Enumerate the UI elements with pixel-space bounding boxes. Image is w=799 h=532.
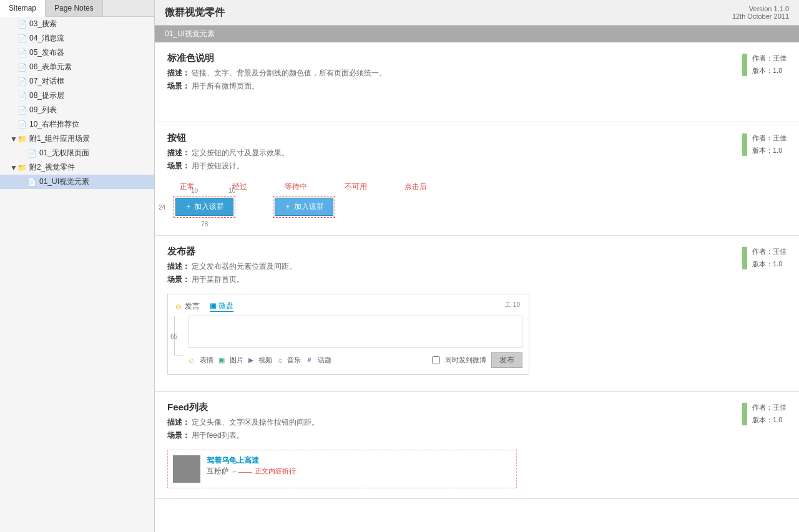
section-header-feed: Feed列表 描述： 定义头像、文字区及操作按钮的间距。 场景： 用于feed列…	[167, 402, 787, 443]
page-title: 微群视觉零件	[165, 6, 225, 19]
page-icon: 📄	[17, 63, 27, 72]
folder-icon: 📁	[17, 163, 27, 172]
version-info: Version 1.1.0 12th October 2011	[732, 5, 789, 20]
state-label-wait: 等待中	[285, 181, 307, 192]
tab-sitemap[interactable]: Sitemap	[0, 0, 46, 17]
scene-text-1: 用于所有微博页面。	[192, 82, 259, 90]
section-header-colors: 标准色说明 描述： 链接、文字、背景及分割线的颜色值，所有页面必须统一。 场景：…	[167, 52, 787, 94]
section-meta-publisher: 作者：王佳 版本：1.0	[742, 246, 787, 271]
item-label: 01_无权限页面	[39, 148, 89, 158]
section-meta-colors: 作者：王佳 版本：1.0	[742, 52, 787, 77]
section-title-feed: Feed列表	[167, 402, 319, 414]
sidebar-item-s10[interactable]: 📄01_无权限页面	[0, 146, 154, 160]
scene-label-1: 场景：	[167, 82, 190, 90]
sidebar-item-s3[interactable]: 📄05_发布器	[0, 46, 154, 60]
section-feed: Feed列表 描述： 定义头像、文字区及操作按钮的间距。 场景： 用于feed列…	[155, 392, 799, 499]
breadcrumb: 01_UI视觉元素	[155, 26, 799, 42]
publish-button[interactable]: 发布	[491, 352, 522, 368]
emoji-icon: ☺	[188, 357, 195, 364]
toggle-icon[interactable]: ▼	[10, 135, 17, 143]
pub-video-label[interactable]: 视频	[258, 355, 272, 365]
publisher-demo: ☺ 发言 ▣ 微盘 工 10 65 ☺ 表	[167, 294, 529, 375]
item-label: 06_表单元素	[29, 62, 72, 72]
pub-tab-weipan[interactable]: ▣ 微盘	[210, 301, 233, 312]
item-label: 附1_组件应用场景	[29, 133, 90, 144]
sidebar-item-s2[interactable]: 📄04_消息流	[0, 31, 154, 46]
pub-emoji-label[interactable]: 表情	[200, 355, 213, 365]
section-title-publisher: 发布器	[167, 246, 297, 258]
section-buttons: 按钮 描述： 定义按钮的尺寸及显示效果。 场景： 用于按钮设计。 作者：王佳 版…	[155, 122, 799, 236]
desc-text-1: 链接、文字、背景及分割线的颜色值，所有页面必须统一。	[192, 69, 386, 77]
add-group-button-hover[interactable]: ＋ 加入该群	[275, 198, 333, 216]
sidebar-item-s9[interactable]: ▼📁附1_组件应用场景	[0, 132, 154, 146]
item-label: 附2_视觉零件	[29, 162, 75, 173]
feed-username[interactable]: 驾着乌龟上高速	[207, 455, 296, 466]
btn-normal-container: 10 10 24 ＋ 加入该群 78	[174, 196, 235, 218]
section-colors: 标准色说明 描述： 链接、文字、背景及分割线的颜色值，所有页面必须统一。 场景：…	[155, 42, 799, 122]
sidebar-item-s1[interactable]: 📄03_搜索	[0, 17, 154, 31]
page-icon: 📄	[17, 120, 27, 129]
section-meta-buttons: 作者：王佳 版本：1.0	[742, 132, 787, 157]
sidebar: Sitemap Page Notes 📄03_搜索📄04_消息流📄05_发布器📄…	[0, 0, 155, 532]
sidebar-item-s12[interactable]: 📄01_UI视觉元素	[0, 175, 154, 189]
section-meta-feed: 作者：王佳 版本：1.0	[742, 402, 787, 427]
sidebar-item-s5[interactable]: 📄07_对话框	[0, 74, 154, 89]
pub-music-label[interactable]: 音乐	[287, 355, 301, 365]
main-header: 微群视觉零件 Version 1.1.0 12th October 2011	[155, 0, 799, 26]
state-label-click: 点击后	[404, 181, 427, 192]
sync-label: 同时发到微博	[445, 355, 486, 365]
folder-icon: 📁	[17, 135, 27, 143]
pub-tab-fayan[interactable]: ☺ 发言	[174, 301, 200, 312]
section-title-buttons: 按钮	[167, 132, 289, 144]
sidebar-item-s6[interactable]: 📄08_提示层	[0, 89, 154, 103]
section-header-buttons: 按钮 描述： 定义按钮的尺寸及显示效果。 场景： 用于按钮设计。 作者：王佳 版…	[167, 132, 787, 174]
sidebar-item-s4[interactable]: 📄06_表单元素	[0, 60, 154, 74]
page-icon: 📄	[17, 106, 27, 115]
section-header-publisher: 发布器 描述： 定义发布器的元素位置及间距。 场景： 用于某群首页。 作者：王佳…	[167, 246, 787, 288]
page-icon: 📄	[17, 34, 27, 43]
sync-checkbox[interactable]	[432, 356, 440, 364]
item-label: 01_UI视觉元素	[39, 177, 89, 187]
video-icon: ▶	[248, 356, 253, 364]
sidebar-tabs: Sitemap Page Notes	[0, 0, 154, 17]
topic-icon: ＃	[306, 355, 313, 365]
version-colors: 版本：1.0	[752, 65, 787, 77]
feed-arrow-icon: ←——	[232, 468, 252, 475]
sidebar-tree: 📄03_搜索📄04_消息流📄05_发布器📄06_表单元素📄07_对话框📄08_提…	[0, 17, 154, 532]
sidebar-item-s8[interactable]: 📄10_右栏推荐位	[0, 117, 154, 132]
pub-topic-label[interactable]: 话题	[318, 355, 331, 365]
main-content: 微群视觉零件 Version 1.1.0 12th October 2011 0…	[155, 0, 799, 532]
music-icon: ♫	[277, 357, 282, 364]
page-icon: 📄	[17, 20, 27, 29]
item-label: 05_发布器	[29, 47, 64, 58]
button-demo: 正常 经过 等待中 不可用 点击后 10 10 24 ＋ 加入该群 78	[167, 181, 787, 218]
feed-item-content: 驾着乌龟上高速 互粉萨 ←—— 正文内容折行	[207, 455, 296, 483]
author-colors: 作者：王佳	[752, 52, 787, 65]
item-label: 07_对话框	[29, 76, 64, 87]
state-label-disabled: 不可用	[345, 181, 367, 192]
sidebar-item-s11[interactable]: ▼📁附2_视觉零件	[0, 160, 154, 175]
feed-avatar	[173, 455, 200, 483]
item-label: 09_列表	[29, 105, 57, 115]
toggle-icon[interactable]: ▼	[10, 163, 17, 172]
page-icon: 📄	[17, 77, 27, 86]
pub-photo-label[interactable]: 图片	[230, 355, 243, 365]
feed-subtext: 互粉萨	[207, 466, 229, 476]
item-label: 10_右栏推荐位	[29, 119, 79, 130]
publisher-textarea[interactable]	[188, 316, 522, 348]
feed-demo: 驾着乌龟上高速 互粉萨 ←—— 正文内容折行	[167, 450, 517, 488]
page-icon: 📄	[17, 92, 27, 100]
tab-page-notes[interactable]: Page Notes	[46, 0, 103, 16]
desc-label-1: 描述：	[167, 69, 190, 77]
section-publisher: 发布器 描述： 定义发布器的元素位置及间距。 场景： 用于某群首页。 作者：王佳…	[155, 236, 799, 392]
item-label: 03_搜索	[29, 19, 57, 29]
page-icon: 📄	[17, 49, 27, 57]
add-group-button-normal[interactable]: ＋ 加入该群	[175, 198, 233, 216]
section-title-colors: 标准色说明	[167, 52, 386, 64]
page-icon: 📄	[27, 149, 37, 158]
page-icon: 📄	[27, 178, 37, 186]
sidebar-item-s7[interactable]: 📄09_列表	[0, 103, 154, 117]
item-label: 08_提示层	[29, 90, 64, 101]
item-label: 04_消息流	[29, 33, 64, 44]
green-bar	[742, 54, 747, 76]
